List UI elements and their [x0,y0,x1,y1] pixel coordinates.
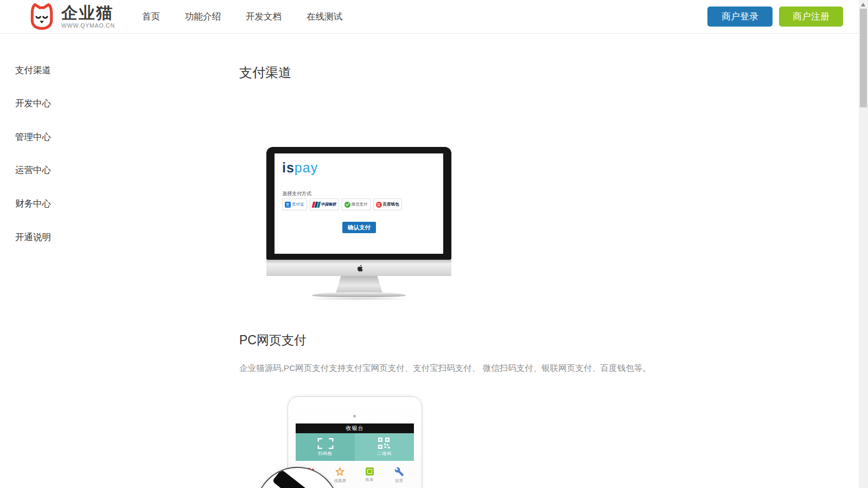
bill-icon [366,467,374,476]
confirm-pay-button: 确认支付 [342,222,376,233]
payment-method-unionpay: 中国银联 [310,198,339,210]
pc-section-title: PC网页支付 [239,332,307,349]
sidebar-item-payment-channels[interactable]: 支付渠道 [15,65,51,76]
brand-text: 企业猫 WWW.QYMAO.CN [61,4,115,29]
imac-stand-base [312,292,406,297]
payment-method-label: 中国银联 [321,202,336,207]
imac-frame: ispay 选择支付方式 支付宝 中国银联 [266,147,451,260]
unionpay-icon [312,202,320,208]
scrollbar-thumb[interactable] [860,9,867,107]
payment-method-label: 微信支付 [352,202,368,207]
cashier-panels: 扫码枪 二维码 [296,433,414,461]
cashier-title-bar: 收银台 [296,423,414,433]
imac-demo-image: ispay 选择支付方式 支付宝 中国银联 [266,147,451,299]
imac-stand-neck [336,276,382,293]
payment-method-label: 百度钱包 [383,202,399,207]
page: 企业猫 WWW.QYMAO.CN 首页 功能介绍 开发文档 在线测试 商户登录 … [0,0,868,488]
imac-screen: ispay 选择支付方式 支付宝 中国银联 [275,153,443,254]
payment-method-baidu-wallet: 百度钱包 [373,198,402,210]
toolbar-bills-label: 账单 [366,477,374,483]
payment-method-label: 支付宝 [292,202,304,207]
qrcode-panel: 二维码 [355,433,414,461]
sidebar-item-admin-center[interactable]: 管理中心 [15,131,51,143]
imac-chin [266,260,451,276]
brand-logo[interactable]: 企业猫 WWW.QYMAO.CN [27,2,115,31]
merchant-register-button[interactable]: 商户注册 [779,7,843,27]
coupon-star-icon [335,467,345,477]
scan-gun-label: 扫码枪 [318,451,333,457]
toolbar-settings: 设置 [385,461,414,488]
qrcode-label: 二维码 [377,451,392,457]
baidu-wallet-icon [376,202,382,208]
header: 企业猫 WWW.QYMAO.CN 首页 功能介绍 开发文档 在线测试 商户登录 … [0,0,859,34]
cat-logo-icon [27,2,56,31]
qrcode-icon [378,438,391,450]
nav-item-docs[interactable]: 开发文档 [246,11,282,23]
ispay-logo: ispay [282,160,318,176]
merchant-login-button[interactable]: 商户登录 [707,7,773,27]
alipay-icon [285,202,291,208]
pc-section-description: 企业猫源码,PC网页支付支持支付宝网页支付、支付宝扫码支付、 微信扫码支付、银联… [239,363,727,374]
tablet-demo-image: 收银台 扫码枪 [288,396,422,488]
scan-gun-panel: 扫码枪 [296,433,355,461]
payment-method-wechat: 微信支付 [342,198,371,210]
barcode-scanner-icon [272,469,318,488]
nav-item-features[interactable]: 功能介绍 [185,11,221,23]
sidebar-item-activation-notes[interactable]: 开通说明 [15,232,51,243]
nav-item-online-test[interactable]: 在线测试 [307,11,342,23]
ispay-logo-pay: pay [295,160,318,175]
choose-payment-label: 选择支付方式 [282,190,311,197]
wechat-pay-icon [344,202,350,208]
page-title: 支付渠道 [239,64,291,81]
toolbar-coupon-label: 优惠券 [334,478,347,484]
main-nav: 首页 功能介绍 开发文档 在线测试 [142,0,367,33]
ispay-logo-is: is [282,160,295,175]
sidebar-item-dev-center[interactable]: 开发中心 [15,98,51,110]
toolbar-bills: 账单 [355,461,385,488]
scan-frame-icon [317,438,334,450]
sidebar-item-operation-center[interactable]: 运营中心 [15,164,51,176]
brand-title: 企业猫 [61,4,115,22]
sidebar-item-finance-center[interactable]: 财务中心 [15,198,51,210]
vertical-scrollbar[interactable] [859,0,868,488]
settings-wrench-icon [394,467,404,477]
imac-shadow [304,297,413,300]
toolbar-settings-label: 设置 [395,478,403,484]
payment-methods-row: 支付宝 中国银联 微信支付 百度钱包 [282,198,405,210]
brand-subtitle: WWW.QYMAO.CN [61,22,115,29]
tablet-camera-dot [353,415,356,418]
payment-method-alipay: 支付宝 [282,198,307,210]
apple-logo-icon [355,264,363,273]
scroll-up-icon[interactable] [861,3,865,7]
nav-item-home[interactable]: 首页 [142,11,160,23]
